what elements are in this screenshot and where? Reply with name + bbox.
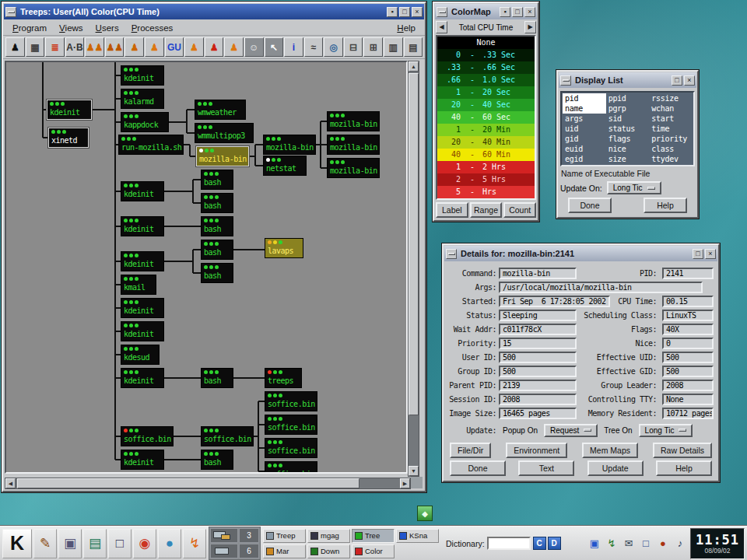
kmenu-button[interactable]: K bbox=[2, 529, 32, 558]
colormap-tool-icon[interactable]: ≣ bbox=[45, 37, 65, 57]
keyboard-icon[interactable]: ▤ bbox=[404, 37, 423, 57]
field-euid[interactable]: euid bbox=[563, 144, 606, 154]
process-node-kdeinit[interactable]: kdeinit bbox=[121, 321, 164, 341]
field-gid[interactable]: gid bbox=[563, 134, 606, 144]
process-node-wmweather[interactable]: wmweather bbox=[195, 100, 246, 120]
field-uid[interactable]: uid bbox=[563, 124, 606, 134]
subtree-icon[interactable]: ⊟ bbox=[344, 37, 363, 57]
button-file-dir[interactable]: File/Dir bbox=[450, 443, 491, 458]
label-display-icon[interactable]: A·B bbox=[65, 37, 85, 57]
network-tree-icon[interactable]: ⊞ bbox=[363, 37, 383, 57]
users-tree-icon[interactable]: ♟♟ bbox=[85, 37, 104, 57]
process-node-bash[interactable]: bash bbox=[201, 193, 233, 213]
display-list-titlebar[interactable]: Display List □ × bbox=[559, 72, 696, 88]
field-pgrp[interactable]: pgrp bbox=[606, 103, 650, 114]
process-node-bash[interactable]: bash bbox=[201, 263, 233, 283]
process-node-mozilla-bin[interactable]: mozilla-bin bbox=[327, 135, 380, 155]
scroll-down-icon[interactable]: ▼ bbox=[409, 466, 419, 476]
colormap-titlebar[interactable]: ColorMap ▪ □ × bbox=[435, 4, 537, 19]
colormap-row[interactable]: 1-20 Min bbox=[437, 124, 535, 136]
display-icon[interactable]: □ bbox=[108, 529, 132, 558]
window-menu-icon[interactable] bbox=[446, 249, 457, 259]
button-environment[interactable]: Environment bbox=[506, 443, 567, 458]
colormap-row[interactable]: 40-60 Min bbox=[437, 149, 535, 161]
stamp-icon[interactable]: ▣ bbox=[58, 529, 82, 558]
task-treep[interactable]: Treep bbox=[263, 529, 306, 543]
globe-browser-icon[interactable]: ● bbox=[158, 529, 181, 558]
colormap-row[interactable]: 20-40 Min bbox=[437, 136, 535, 149]
users-pair-icon[interactable]: ♟♟ bbox=[105, 37, 124, 57]
users-group-icon[interactable]: ♟ bbox=[224, 37, 244, 57]
scroll-right-icon[interactable]: ▶ bbox=[400, 478, 410, 488]
button-done[interactable]: Done bbox=[450, 460, 506, 476]
pager-desktop-preview-1[interactable] bbox=[210, 528, 238, 543]
process-node-kalarmd[interactable]: kalarmd bbox=[121, 89, 164, 109]
field-ttydev[interactable]: ttydev bbox=[649, 154, 693, 164]
field-ppid[interactable]: ppid bbox=[606, 93, 650, 103]
window-menu-icon[interactable] bbox=[5, 7, 16, 17]
popup-on-select[interactable]: Request bbox=[544, 424, 598, 437]
process-node-bash[interactable]: bash bbox=[201, 216, 233, 236]
dictionary-button-d[interactable]: D bbox=[548, 537, 561, 550]
process-node-soffice-bin[interactable]: soffice.bin bbox=[265, 391, 317, 411]
close-icon[interactable]: × bbox=[524, 7, 535, 17]
colormap-row[interactable]: 1-2 Hrs bbox=[437, 161, 535, 173]
process-node-kdeinit[interactable]: kdeinit bbox=[121, 450, 164, 470]
help-button[interactable]: Help bbox=[644, 198, 687, 213]
window-menu-icon[interactable] bbox=[560, 75, 571, 86]
edit-pen-icon[interactable]: ✎ bbox=[33, 529, 57, 558]
pager-desktop-preview-2[interactable] bbox=[210, 544, 238, 558]
prev-colormap-icon[interactable]: ◀ bbox=[436, 21, 447, 33]
colormap-row[interactable]: .33-.66 Sec bbox=[437, 61, 535, 74]
screen-icon[interactable]: □ bbox=[638, 536, 654, 551]
field-priority[interactable]: priority bbox=[649, 134, 693, 144]
colormap-row[interactable]: 2-5 Hrs bbox=[437, 173, 535, 186]
field-name[interactable]: name bbox=[563, 103, 606, 114]
process-node-netstat[interactable]: netstat bbox=[263, 156, 307, 176]
menu-users[interactable]: Users bbox=[89, 22, 125, 34]
process-node-bash[interactable]: bash bbox=[201, 368, 233, 388]
process-node-bash[interactable]: bash bbox=[201, 240, 233, 260]
horizontal-scroll-trough[interactable] bbox=[16, 478, 400, 488]
field-args[interactable]: args bbox=[563, 114, 606, 124]
pager-desktop-3[interactable]: 3 bbox=[239, 528, 259, 543]
user-red-icon[interactable]: ♟ bbox=[205, 37, 224, 57]
horizontal-scrollbar[interactable]: ◀ ▶ bbox=[5, 478, 411, 489]
process-node-mozilla-bin[interactable]: mozilla-bin bbox=[327, 158, 380, 178]
colormap-row[interactable]: 0-.33 Sec bbox=[437, 49, 535, 61]
user-orange-icon[interactable]: ♟ bbox=[184, 37, 204, 57]
field-status[interactable]: status bbox=[606, 124, 650, 134]
colormap-button-label[interactable]: Label bbox=[436, 202, 468, 218]
field-class[interactable]: class bbox=[649, 144, 693, 154]
field-size[interactable]: size bbox=[606, 154, 650, 164]
menu-help[interactable]: Help bbox=[391, 22, 422, 34]
minimize-icon[interactable]: ▪ bbox=[500, 7, 510, 17]
process-node-kappdock[interactable]: kappdock bbox=[121, 112, 169, 132]
process-node-bash[interactable]: bash bbox=[201, 450, 233, 470]
field-sid[interactable]: sid bbox=[606, 114, 650, 124]
process-node-soffice-bin[interactable]: soffice.bin bbox=[121, 426, 174, 446]
field-flags[interactable]: flags bbox=[606, 134, 650, 144]
power-icon[interactable]: ↯ bbox=[604, 536, 619, 551]
desktop-pager[interactable]: 3 6 bbox=[209, 527, 261, 560]
dictionary-input[interactable] bbox=[487, 537, 531, 550]
field-start[interactable]: start bbox=[649, 114, 693, 124]
field-pid[interactable]: pid bbox=[563, 93, 606, 103]
klipper-icon[interactable]: ▣ bbox=[587, 536, 602, 551]
details-titlebar[interactable]: Details for: mozilla-bin:2141 □ × bbox=[444, 246, 717, 261]
field-time[interactable]: time bbox=[649, 124, 693, 134]
process-node-treeps[interactable]: treeps bbox=[265, 368, 302, 388]
process-tree-canvas[interactable]: kdeinitkalarmdkdeinitxinetdkappdockwmwea… bbox=[5, 61, 408, 474]
process-node-kdeinit[interactable]: kdeinit bbox=[121, 65, 164, 86]
close-icon[interactable]: × bbox=[705, 249, 716, 259]
colormap-row[interactable]: 5-Hrs bbox=[437, 186, 535, 198]
next-colormap-icon[interactable]: ▶ bbox=[524, 21, 536, 33]
colormap-button-count[interactable]: Count bbox=[503, 202, 536, 218]
field-egid[interactable]: egid bbox=[563, 154, 606, 164]
process-node-mozilla-bin[interactable]: mozilla-bin bbox=[196, 146, 249, 166]
scroll-left-icon[interactable]: ◀ bbox=[5, 478, 16, 488]
user-colors-icon[interactable]: ♟ bbox=[124, 37, 144, 57]
maximize-icon[interactable]: □ bbox=[399, 7, 410, 17]
task-down[interactable]: Down bbox=[307, 544, 350, 558]
tree-layout-icon[interactable]: ▦ bbox=[26, 37, 45, 57]
